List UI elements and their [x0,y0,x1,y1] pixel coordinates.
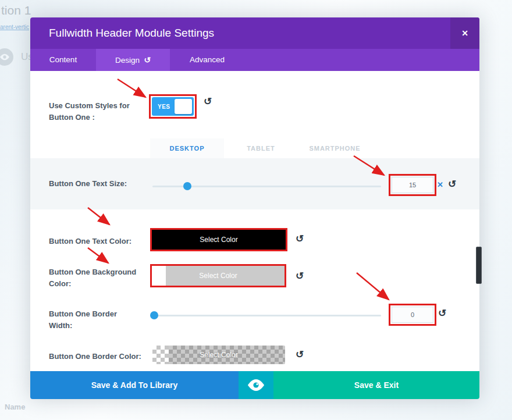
border-color-button-label: Select Color [152,346,285,364]
save-add-to-library-button[interactable]: Save & Add To Library [30,371,239,399]
tab-design[interactable]: Design↺ [96,49,170,71]
annotation-box-text-color: Select Color [150,228,287,251]
undo-icon[interactable]: ↺ [296,234,304,244]
clear-icon[interactable]: ✕ [437,180,443,189]
modal-tabbar: Content Design↺ Advanced [30,49,479,71]
toggle-value-label: YES [158,97,170,116]
custom-styles-label: Use Custom Styles for Button One : [49,100,148,123]
custom-styles-toggle[interactable]: YES [152,97,194,116]
module-settings-modal: Fullwidth Header Module Settings ✕ Conte… [30,17,479,399]
border-color-swatch-button[interactable]: Select Color [152,346,285,364]
annotation-box-toggle: YES [149,94,197,119]
background-color-label: Button One Background Color: [49,266,152,289]
annotation-box-text-size [389,174,436,196]
close-button[interactable]: ✕ [450,17,479,49]
undo-icon[interactable]: ↺ [296,350,304,360]
tab-content[interactable]: Content [30,49,96,71]
undo-icon[interactable]: ↺ [438,308,446,318]
border-width-slider-knob[interactable] [150,311,158,319]
border-width-input[interactable] [392,307,433,323]
preview-button[interactable] [239,371,273,399]
border-width-slider[interactable] [152,315,381,316]
text-size-slider-knob[interactable] [183,182,191,190]
device-tab-strip: DESKTOP TABLET SMARTPHONE [30,138,479,158]
modal-title: Fullwidth Header Module Settings [49,17,214,49]
save-exit-button[interactable]: Save & Exit [273,371,479,399]
background-color-button-label: Select Color [199,272,237,280]
close-icon: ✕ [461,29,468,38]
undo-icon[interactable]: ↺ [448,179,456,189]
tab-design-label: Design [115,56,140,65]
border-width-label: Button One Border Width: [49,308,130,331]
modal-footer: Save & Add To Library Save & Exit [30,371,479,399]
background-color-swatch-button[interactable]: Select Color [152,266,285,286]
device-tab-desktop[interactable]: DESKTOP [150,138,224,158]
undo-icon[interactable]: ↺ [296,271,304,281]
modal-body: Use Custom Styles for Button One : YES ↺… [30,71,479,371]
eye-icon [247,379,265,391]
tab-advanced[interactable]: Advanced [170,49,244,71]
annotation-box-border-width [389,304,436,326]
undo-icon[interactable]: ↺ [204,97,212,106]
annotation-box-background-color: Select Color [150,264,286,287]
toggle-knob[interactable] [175,99,192,114]
scrollbar-thumb[interactable] [476,247,482,284]
device-tab-tablet[interactable]: TABLET [224,138,298,158]
background-color-current-swatch [152,266,166,286]
modal-header: Fullwidth Header Module Settings ✕ [30,17,479,49]
background-name-label: Name [5,403,25,411]
text-size-input[interactable] [392,177,433,193]
eye-icon [0,48,13,66]
text-size-label: Button One Text Size: [49,178,177,190]
background-partial-heading: tion 1 [1,3,31,17]
background-partial-link: arent-vertic [0,24,29,30]
text-color-swatch-button[interactable]: Select Color [152,230,286,250]
undo-icon[interactable]: ↺ [144,55,151,65]
device-tab-smartphone[interactable]: SMARTPHONE [298,138,372,158]
